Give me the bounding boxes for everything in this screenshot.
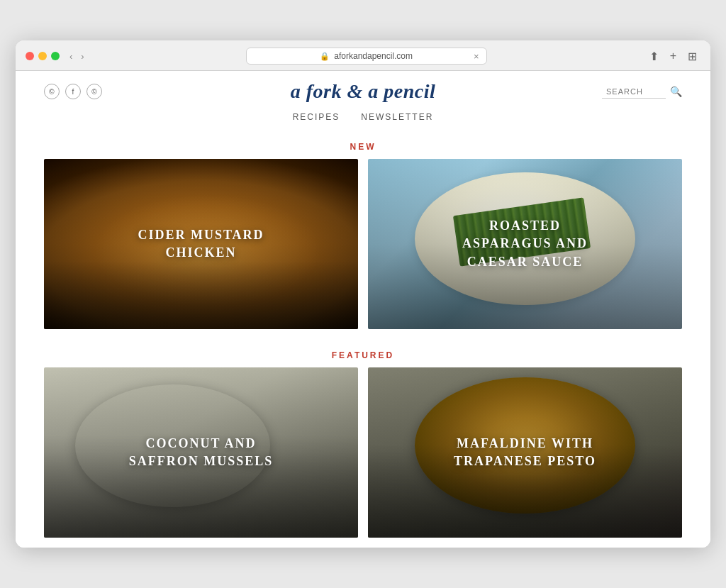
site-title[interactable]: a fork & a pencil xyxy=(291,80,436,103)
featured-section-label: FEATURED xyxy=(16,339,710,367)
address-text: aforkandapencil.com xyxy=(334,51,413,61)
recipe-card-asparagus[interactable]: ROASTEDASPARAGUS ANDCAESAR SAUCE xyxy=(368,159,682,329)
close-button[interactable] xyxy=(26,52,34,60)
window-back-button[interactable]: ‹ xyxy=(67,50,75,63)
recipe-card-chicken[interactable]: CIDER MUSTARDCHICKEN xyxy=(44,159,358,329)
social-icon-copy[interactable]: © xyxy=(44,84,60,99)
chicken-title: CIDER MUSTARDCHICKEN xyxy=(123,226,278,262)
site-nav: RECIPES NEWSLETTER xyxy=(16,106,710,131)
recipe-overlay-pasta: MAFALDINE WITHTRAPANESE PESTO xyxy=(368,367,682,538)
maximize-button[interactable] xyxy=(51,52,60,60)
recipe-overlay-chicken: CIDER MUSTARDCHICKEN xyxy=(44,159,358,329)
mussels-title: COCONUT ANDSAFFRON MUSSELS xyxy=(115,435,288,470)
new-section-label: NEW xyxy=(16,131,710,159)
browser-window: ‹ › 🔒 aforkandapencil.com × ⬆ + ⊞ © xyxy=(16,40,710,548)
social-icon-facebook[interactable]: f xyxy=(65,84,81,99)
tab-close-icon[interactable]: × xyxy=(474,51,479,62)
social-icons: © f © xyxy=(44,84,102,99)
browser-chrome: ‹ › 🔒 aforkandapencil.com × ⬆ + ⊞ xyxy=(16,40,710,71)
address-bar-wrap: 🔒 aforkandapencil.com × xyxy=(94,48,639,65)
recipe-card-pasta[interactable]: MAFALDINE WITHTRAPANESE PESTO xyxy=(368,367,682,538)
tab-grid-button[interactable]: ⊞ xyxy=(684,48,700,65)
nav-newsletter[interactable]: NEWSLETTER xyxy=(361,112,433,122)
address-bar[interactable]: 🔒 aforkandapencil.com × xyxy=(246,48,487,65)
security-icon: 🔒 xyxy=(320,52,330,61)
new-tab-button[interactable]: + xyxy=(666,48,680,64)
featured-recipes-grid: COCONUT ANDSAFFRON MUSSELS MAFALDINE WIT… xyxy=(16,367,710,548)
chrome-right-controls: ⬆ + ⊞ xyxy=(646,48,700,65)
nav-controls: ‹ › xyxy=(67,50,87,63)
recipe-overlay-mussels: COCONUT ANDSAFFRON MUSSELS xyxy=(44,367,358,538)
new-recipes-grid: CIDER MUSTARDCHICKEN ROASTEDASPARAGUS AN… xyxy=(16,159,710,339)
search-button[interactable]: 🔍 xyxy=(670,86,682,97)
asparagus-title: ROASTEDASPARAGUS ANDCAESAR SAUCE xyxy=(448,217,602,271)
search-input[interactable] xyxy=(602,85,666,99)
nav-recipes[interactable]: RECIPES xyxy=(293,112,340,122)
recipe-card-mussels[interactable]: COCONUT ANDSAFFRON MUSSELS xyxy=(44,367,358,538)
pasta-title: MAFALDINE WITHTRAPANESE PESTO xyxy=(440,435,610,470)
search-area: 🔍 xyxy=(602,85,682,99)
site-header: © f © a fork & a pencil 🔍 xyxy=(16,71,710,106)
recipe-overlay-asparagus: ROASTEDASPARAGUS ANDCAESAR SAUCE xyxy=(368,159,682,329)
page-content: © f © a fork & a pencil 🔍 RECIPES NEWSLE… xyxy=(16,71,710,548)
window-forward-button[interactable]: › xyxy=(78,50,86,63)
minimize-button[interactable] xyxy=(38,52,47,60)
social-icon-circle[interactable]: © xyxy=(86,84,102,99)
traffic-lights xyxy=(26,52,60,60)
share-button[interactable]: ⬆ xyxy=(646,48,662,65)
